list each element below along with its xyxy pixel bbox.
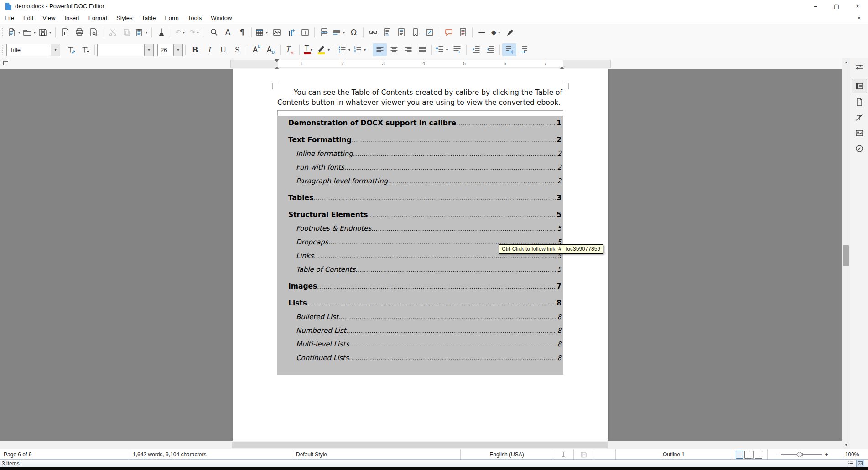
zoom-out-icon[interactable]: – bbox=[775, 451, 779, 458]
status-page-number[interactable]: Page 6 of 9 bbox=[0, 449, 129, 460]
increase-paragraph-spacing-button[interactable] bbox=[450, 43, 464, 56]
vertical-scrollbar[interactable]: ▴ ▾ bbox=[842, 58, 850, 449]
toc-entry-label[interactable]: Fun with fonts bbox=[296, 163, 344, 172]
toc-page-number[interactable]: 2 bbox=[556, 176, 561, 186]
toc-entry[interactable]: Continued Lists8 bbox=[288, 353, 561, 363]
dropdown-caret[interactable]: ▾ bbox=[145, 31, 148, 35]
left-indent-marker[interactable] bbox=[275, 64, 279, 69]
dropdown-caret[interactable]: ▾ bbox=[363, 48, 367, 52]
toc-entry-label[interactable]: Footnotes & Endnotes bbox=[296, 224, 371, 233]
new-document-button[interactable]: ▾ bbox=[6, 26, 22, 39]
font-name-select[interactable]: ▾ bbox=[97, 44, 154, 56]
zoom-in-icon[interactable]: + bbox=[825, 451, 828, 458]
chevron-down-icon[interactable]: ▾ bbox=[51, 44, 60, 56]
find-replace-button[interactable] bbox=[207, 26, 221, 39]
insert-chart-button[interactable] bbox=[284, 26, 298, 39]
vertical-scrollbar-thumb[interactable] bbox=[843, 245, 849, 266]
thumbnail-view-icon[interactable] bbox=[856, 460, 864, 467]
italic-button[interactable]: I bbox=[202, 43, 216, 56]
tab-stop-type-icon[interactable] bbox=[3, 61, 8, 65]
update-style-button[interactable] bbox=[64, 43, 78, 56]
print-button[interactable] bbox=[72, 26, 86, 39]
toc-entry[interactable]: Paragraph level formatting2 bbox=[288, 176, 561, 186]
sidebar-page-button[interactable] bbox=[852, 95, 867, 109]
maximize-button[interactable]: ▢ bbox=[826, 0, 847, 12]
menu-item-insert[interactable]: Insert bbox=[60, 13, 84, 23]
toc-entry-label[interactable]: Multi-level Lists bbox=[296, 340, 349, 349]
font-color-button[interactable]: T ▾ bbox=[302, 43, 316, 56]
scroll-up-arrow-icon[interactable]: ▴ bbox=[842, 58, 850, 66]
menu-item-format[interactable]: Format bbox=[84, 13, 112, 23]
strikethrough-button[interactable]: S bbox=[230, 43, 244, 56]
menu-item-tools[interactable]: Tools bbox=[183, 13, 206, 23]
chevron-down-icon[interactable]: ▾ bbox=[144, 44, 153, 56]
insert-hyperlink-button[interactable] bbox=[366, 26, 380, 39]
dropdown-caret[interactable]: ▾ bbox=[497, 31, 501, 35]
toc-page-number[interactable]: 8 bbox=[556, 340, 561, 349]
menu-item-window[interactable]: Window bbox=[206, 13, 236, 23]
toc-entry[interactable]: Text Formatting2 bbox=[288, 135, 561, 145]
freeform-line-button[interactable] bbox=[503, 26, 517, 39]
insert-textbox-button[interactable] bbox=[298, 26, 312, 39]
increase-indent-button[interactable] bbox=[469, 43, 483, 56]
toc-entry[interactable]: Bulleted List8 bbox=[288, 312, 561, 322]
subscript-button[interactable]: A B bbox=[264, 43, 278, 56]
toc-page-number[interactable]: 8 bbox=[556, 299, 561, 308]
toc-entry[interactable]: Lists8 bbox=[288, 299, 561, 308]
decrease-indent-button[interactable] bbox=[483, 43, 497, 56]
right-indent-marker[interactable] bbox=[560, 64, 564, 69]
status-outline-level[interactable]: Outline 1 bbox=[616, 449, 732, 460]
undo-button[interactable]: ↶ ▾ bbox=[173, 26, 187, 39]
close-button[interactable]: × bbox=[847, 0, 868, 12]
status-selection-mode[interactable] bbox=[553, 449, 574, 460]
insert-bookmark-button[interactable] bbox=[408, 26, 422, 39]
horizontal-scrollbar[interactable] bbox=[0, 441, 842, 449]
menu-item-file[interactable]: File bbox=[0, 13, 19, 23]
menu-item-styles[interactable]: Styles bbox=[112, 13, 137, 23]
book-view-icon[interactable] bbox=[755, 451, 762, 459]
open-button[interactable]: ▾ bbox=[22, 26, 37, 39]
status-word-count[interactable]: 1,642 words, 9,104 characters bbox=[129, 449, 292, 460]
menu-item-form[interactable]: Form bbox=[160, 13, 183, 23]
insert-image-button[interactable] bbox=[270, 26, 284, 39]
first-line-indent-marker[interactable] bbox=[275, 59, 279, 64]
toc-page-number[interactable]: 8 bbox=[556, 353, 561, 363]
status-language[interactable]: English (USA) bbox=[461, 449, 553, 460]
toc-entry[interactable]: Tables3 bbox=[288, 193, 561, 203]
dropdown-caret[interactable]: ▾ bbox=[48, 31, 52, 35]
status-page-style[interactable]: Default Style bbox=[292, 449, 461, 460]
body-paragraph[interactable]: You can see the Table of Contents create… bbox=[277, 88, 563, 108]
toolbar-grip[interactable] bbox=[1, 45, 4, 55]
copy-button[interactable] bbox=[120, 26, 134, 39]
toc-page-number[interactable]: 2 bbox=[556, 163, 561, 172]
page[interactable]: You can see the Table of Contents create… bbox=[233, 69, 608, 441]
clone-formatting-button[interactable] bbox=[154, 26, 168, 39]
dropdown-caret[interactable]: ▾ bbox=[342, 31, 346, 35]
toc-entry-label[interactable]: Numbered List bbox=[296, 326, 346, 336]
toc-page-number[interactable]: 8 bbox=[556, 312, 561, 322]
toc-entry-label[interactable]: Paragraph level formatting bbox=[296, 176, 388, 186]
toc-entry[interactable]: Fun with fonts2 bbox=[288, 163, 561, 172]
dropdown-caret[interactable]: ▾ bbox=[327, 48, 331, 52]
clear-formatting-button[interactable]: T × bbox=[283, 43, 297, 56]
toc-page-number[interactable]: 3 bbox=[556, 193, 561, 203]
underline-button[interactable]: U bbox=[216, 43, 230, 56]
special-character-button[interactable]: Ω bbox=[347, 26, 361, 39]
toc-entry-label[interactable]: Images bbox=[288, 282, 317, 291]
multi-page-view-icon[interactable] bbox=[744, 451, 752, 459]
toc-entry[interactable]: Footnotes & Endnotes5 bbox=[288, 224, 561, 233]
toc-entry-label[interactable]: Links bbox=[296, 251, 314, 261]
dropdown-caret[interactable]: ▾ bbox=[33, 31, 36, 35]
dropdown-caret[interactable]: ▾ bbox=[182, 31, 186, 35]
dropdown-caret[interactable]: ▾ bbox=[445, 48, 449, 52]
document-canvas[interactable]: You can see the Table of Contents create… bbox=[0, 69, 842, 441]
toc-page-number[interactable]: 5 bbox=[556, 265, 561, 274]
sidebar-properties-button[interactable] bbox=[852, 79, 867, 93]
menu-item-edit[interactable]: Edit bbox=[19, 13, 38, 23]
track-changes-button[interactable] bbox=[456, 26, 470, 39]
toc-field[interactable]: Demonstration of DOCX support in calibre… bbox=[277, 110, 563, 375]
insert-comment-button[interactable] bbox=[442, 26, 456, 39]
toc-entry-label[interactable]: Tables bbox=[288, 193, 313, 203]
paste-button[interactable]: ▾ bbox=[134, 26, 149, 39]
horizontal-scrollbar-thumb[interactable] bbox=[232, 442, 608, 448]
